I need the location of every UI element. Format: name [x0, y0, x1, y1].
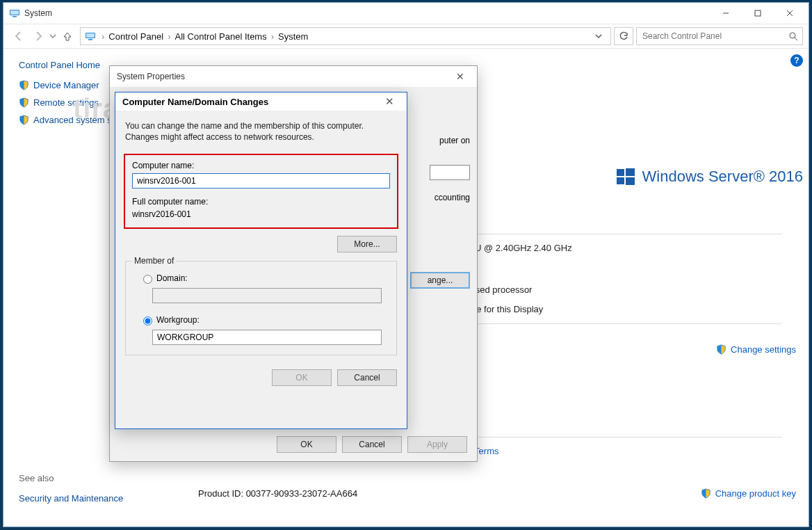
refresh-button[interactable] [614, 27, 633, 45]
svg-rect-2 [13, 16, 17, 17]
computer-name-label: Computer name: [132, 161, 390, 170]
domain-input [152, 288, 382, 303]
cancel-button[interactable]: Cancel [337, 369, 397, 386]
product-id-label: Product ID: [198, 488, 246, 499]
dialog-titlebar: Computer Name/Domain Changes ✕ [115, 93, 407, 111]
button-label: More... [354, 239, 380, 249]
dialog-title: System Properties [117, 72, 185, 81]
ok-button[interactable]: OK [277, 436, 336, 453]
svg-line-11 [795, 38, 797, 40]
breadcrumb-0[interactable]: Control Panel [106, 31, 166, 42]
minimize-button[interactable] [710, 3, 742, 24]
windows-brand: Windows Server® 2016 [616, 167, 803, 186]
product-id-value: 00377-90933-23072-AA664 [246, 488, 357, 499]
see-also-link[interactable]: Security and Maintenance [19, 493, 190, 504]
window-title: System [24, 8, 52, 18]
dialog-footer: OK Cancel [115, 364, 407, 392]
highlighted-section: Computer name: Full computer name: winsr… [124, 154, 398, 229]
workgroup-label: Workgroup: [156, 315, 200, 325]
link-label: Change settings [731, 344, 796, 355]
product-id: Product ID: 00377-90933-23072-AA664 [198, 488, 357, 499]
maximize-button[interactable] [742, 3, 774, 24]
button-label: Apply [427, 440, 448, 449]
change-button[interactable]: ange... [410, 272, 470, 289]
sidebar-item-label: Remote settings [33, 97, 99, 108]
svg-rect-12 [617, 169, 624, 176]
dialog-footer: OK Cancel Apply [277, 436, 467, 453]
full-computer-name-label: Full computer name: [132, 197, 390, 207]
button-label: Cancel [359, 440, 384, 449]
workgroup-input[interactable] [152, 330, 382, 345]
system-icon [9, 8, 20, 19]
titlebar: System [3, 3, 809, 24]
full-computer-name-value: winsrv2016-001 [132, 209, 390, 219]
nav-forward-button[interactable] [29, 26, 48, 46]
domain-radio[interactable] [143, 275, 152, 284]
button-label: OK [300, 440, 312, 449]
member-of-fieldset: Member of Domain: Workgroup: [125, 261, 397, 355]
display-line: lable for this Display [462, 300, 782, 319]
computer-name-dialog: Computer Name/Domain Changes ✕ You can c… [115, 92, 407, 429]
apply-button[interactable]: Apply [407, 436, 467, 453]
sidebar-item-label: Device Manager [33, 80, 99, 90]
see-also-heading: See also [19, 473, 190, 483]
nav-up-button[interactable] [58, 31, 77, 41]
domain-radio-row[interactable]: Domain: [140, 273, 387, 284]
breadcrumb-sep: › [100, 31, 106, 42]
shield-icon [716, 344, 726, 355]
more-button[interactable]: More... [337, 236, 397, 252]
button-label: ange... [428, 275, 453, 285]
dialog-description: You can change the name and the membersh… [115, 111, 407, 150]
search-icon [788, 31, 798, 41]
cancel-button[interactable]: Cancel [342, 436, 402, 453]
computer-name-input[interactable] [132, 173, 390, 188]
close-icon[interactable]: ✕ [380, 93, 400, 111]
breadcrumb-sep: › [166, 31, 172, 42]
brand-text: Windows Server® 2016 [642, 168, 803, 186]
svg-rect-9 [88, 39, 92, 40]
link-label: Change product key [715, 488, 796, 499]
fragment-input[interactable] [430, 165, 470, 180]
button-label: OK [295, 373, 307, 383]
fragment-text: ccounting [435, 193, 470, 202]
svg-rect-1 [10, 10, 19, 15]
breadcrumb-1[interactable]: All Control Panel Items [172, 31, 269, 42]
breadcrumb-2[interactable]: System [275, 31, 311, 42]
shield-icon [19, 80, 29, 90]
nav-back-button[interactable] [9, 26, 29, 46]
close-icon[interactable]: ✕ [450, 68, 470, 85]
toolbar: › Control Panel › All Control Panel Item… [3, 24, 809, 49]
workgroup-radio-row[interactable]: Workgroup: [140, 314, 387, 326]
svg-rect-15 [626, 177, 635, 185]
cpu-line: CPU @ 2.40GHz 2.40 GHz [462, 239, 782, 258]
license-terms-link[interactable]: se Terms [462, 442, 782, 461]
address-caret[interactable] [591, 33, 606, 40]
search-input[interactable] [641, 31, 788, 42]
svg-rect-4 [755, 10, 761, 16]
shield-icon [19, 97, 29, 108]
svg-rect-14 [617, 177, 624, 184]
ok-button[interactable]: OK [272, 369, 332, 386]
svg-rect-13 [626, 168, 635, 176]
explorer-window: System › Control Panel › All Control Pan… [3, 2, 809, 527]
proc-line: -based processor [462, 280, 782, 300]
svg-point-10 [790, 33, 795, 38]
domain-label: Domain: [156, 273, 188, 283]
svg-rect-8 [86, 33, 95, 38]
dialog-titlebar: System Properties ✕ [110, 66, 477, 87]
address-bar[interactable]: › Control Panel › All Control Panel Item… [80, 27, 611, 45]
change-settings-link[interactable]: Change settings [716, 344, 796, 355]
change-product-key-link[interactable]: Change product key [701, 488, 796, 499]
workgroup-radio[interactable] [143, 316, 152, 326]
dialog-title: Computer Name/Domain Changes [122, 97, 268, 107]
fragment-text: puter on [439, 136, 470, 145]
shield-icon [701, 488, 711, 499]
help-icon[interactable]: ? [790, 54, 803, 67]
close-button[interactable] [774, 3, 806, 24]
shield-icon [19, 115, 29, 125]
recent-chevron[interactable] [49, 33, 56, 40]
search-box[interactable] [636, 27, 803, 45]
fieldset-legend: Member of [131, 256, 177, 266]
breadcrumb-sep: › [270, 31, 275, 42]
system-icon [85, 31, 96, 42]
